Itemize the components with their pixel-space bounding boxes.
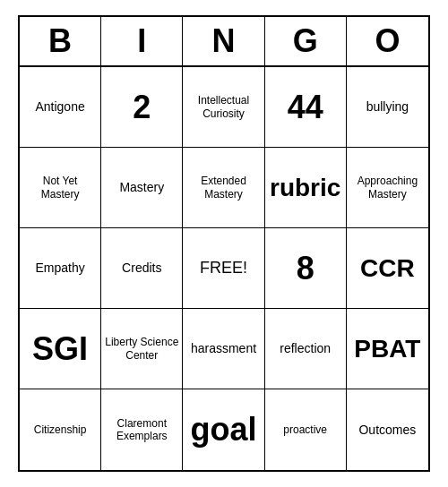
bingo-cell: goal (183, 389, 264, 470)
cell-text: reflection (280, 341, 331, 356)
bingo-cell: 8 (265, 228, 347, 309)
bingo-cell: Credits (101, 228, 183, 309)
bingo-cell: bullying (347, 67, 428, 148)
cell-text: 2 (133, 88, 151, 126)
cell-text: SGI (32, 329, 88, 368)
bingo-cell: Intellectual Curiosity (183, 67, 264, 148)
bingo-header: BINGO (20, 17, 428, 67)
bingo-cell: Outcomes (347, 389, 428, 470)
cell-text: goal (190, 410, 256, 449)
cell-text: Not Yet Mastery (23, 175, 97, 201)
bingo-cell: proactive (265, 389, 347, 470)
cell-text: Approaching Mastery (350, 175, 425, 201)
bingo-cell: Claremont Exemplars (101, 389, 183, 470)
cell-text: Credits (122, 261, 161, 276)
bingo-grid: Antigone2Intellectual Curiosity44bullyin… (20, 67, 428, 470)
bingo-cell: reflection (265, 309, 347, 389)
bingo-cell: harassment (183, 309, 264, 389)
bingo-cell: Liberty Science Center (101, 309, 183, 389)
cell-text: proactive (283, 423, 327, 436)
bingo-header-letter: I (101, 17, 183, 65)
bingo-cell: SGI (20, 309, 101, 389)
cell-text: harassment (191, 341, 256, 356)
bingo-cell: Not Yet Mastery (20, 148, 101, 228)
bingo-cell: 44 (265, 67, 347, 148)
bingo-cell: PBAT (347, 309, 428, 389)
cell-text: 44 (288, 88, 323, 126)
cell-text: Citizenship (34, 423, 87, 436)
cell-text: rubric (270, 173, 340, 203)
cell-text: Outcomes (358, 423, 416, 438)
bingo-cell: CCR (347, 228, 428, 309)
bingo-cell: 2 (101, 67, 183, 148)
cell-text: Extended Mastery (186, 175, 260, 201)
bingo-cell: Mastery (101, 148, 183, 228)
bingo-cell: rubric (265, 148, 347, 228)
cell-text: Empathy (35, 261, 84, 276)
bingo-cell: Empathy (20, 228, 101, 309)
bingo-cell: Antigone (20, 67, 101, 148)
bingo-header-letter: O (347, 17, 428, 65)
bingo-cell: Approaching Mastery (347, 148, 428, 228)
cell-text: PBAT (354, 334, 420, 364)
cell-text: Claremont Exemplars (105, 417, 178, 443)
bingo-cell: Extended Mastery (183, 148, 264, 228)
bingo-header-letter: B (20, 17, 101, 65)
cell-text: FREE! (200, 259, 247, 278)
bingo-header-letter: G (265, 17, 347, 65)
bingo-header-letter: N (183, 17, 264, 65)
bingo-cell: Citizenship (20, 389, 101, 470)
bingo-card: BINGO Antigone2Intellectual Curiosity44b… (18, 15, 430, 472)
cell-text: bullying (366, 99, 409, 115)
cell-text: Liberty Science Center (105, 336, 178, 362)
cell-text: Intellectual Curiosity (186, 94, 260, 120)
bingo-cell: FREE! (183, 228, 264, 309)
cell-text: CCR (360, 253, 415, 284)
cell-text: 8 (297, 249, 314, 287)
cell-text: Mastery (119, 180, 164, 195)
cell-text: Antigone (35, 99, 84, 115)
